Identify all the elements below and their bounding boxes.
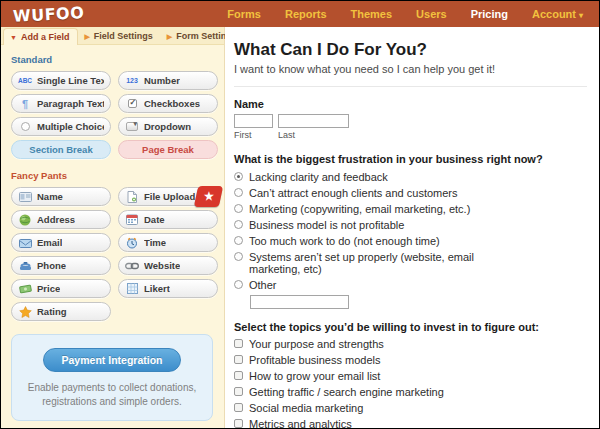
field-button-page-break[interactable]: Page Break xyxy=(118,140,218,159)
checkbox-option[interactable]: Profitable business models xyxy=(234,354,587,366)
field-button-phone[interactable]: Phone xyxy=(11,256,111,275)
nav-account[interactable]: Account▾ xyxy=(532,8,583,20)
field-button-dropdown[interactable]: Dropdown xyxy=(118,117,218,136)
nav-reports[interactable]: Reports xyxy=(285,8,327,20)
radio-option-other[interactable]: Other xyxy=(234,279,587,291)
radio-button[interactable] xyxy=(234,204,243,213)
last-name-sublabel: Last xyxy=(278,130,295,140)
numbers-icon xyxy=(125,75,139,87)
payment-integration-description: Enable payments to collect donations, re… xyxy=(22,381,202,408)
radio-button[interactable] xyxy=(234,280,243,289)
radio-question-label: What is the biggest frustration in your … xyxy=(234,153,587,165)
standard-field-grid: Single Line Text Number Paragraph Text C… xyxy=(11,71,224,159)
field-button-file-upload[interactable]: File Upload ★ xyxy=(118,187,218,206)
first-name-sublabel: First xyxy=(234,130,278,140)
form-preview: What Can I Do For You? I want to know wh… xyxy=(225,27,599,428)
form-title: What Can I Do For You? xyxy=(234,40,587,60)
checkbox[interactable] xyxy=(234,355,243,364)
radio-option[interactable]: Can’t attract enough clients and custome… xyxy=(234,187,587,199)
field-button-price[interactable]: Price xyxy=(11,279,111,298)
field-button-section-break[interactable]: Section Break xyxy=(11,140,111,159)
featured-star-badge: ★ xyxy=(194,186,223,207)
wufoo-form-builder: { "header": { "logo": "WUFOO", "nav": [ … xyxy=(0,0,600,429)
radio-button[interactable] xyxy=(234,220,243,229)
field-button-paragraph-text[interactable]: Paragraph Text xyxy=(11,94,111,113)
field-button-name[interactable]: Name xyxy=(11,187,111,206)
field-button-rating[interactable]: Rating xyxy=(11,302,111,321)
fancy-pants-section-title: Fancy Pants xyxy=(11,170,224,181)
payment-integration-button[interactable]: Payment Integration xyxy=(43,348,182,372)
field-button-time[interactable]: Time xyxy=(118,233,218,252)
form-subtitle: I want to know what you need so I can he… xyxy=(234,63,587,75)
field-button-email[interactable]: Email xyxy=(11,233,111,252)
checkbox-question-label: Select the topics you’d be willing to in… xyxy=(234,321,587,333)
star-icon: ★ xyxy=(204,191,214,202)
radio-button[interactable] xyxy=(234,252,243,261)
phone-icon xyxy=(18,260,32,272)
triangle-down-icon: ▼ xyxy=(10,34,17,41)
money-icon xyxy=(18,283,32,295)
field-button-single-line-text[interactable]: Single Line Text xyxy=(11,71,111,90)
checkbox[interactable] xyxy=(234,419,243,428)
envelope-icon xyxy=(18,237,32,249)
field-button-likert[interactable]: Likert xyxy=(118,279,218,298)
checkbox-option[interactable]: Getting traffic / search engine marketin… xyxy=(234,386,587,398)
field-button-address[interactable]: Address xyxy=(11,210,111,229)
checkbox-option[interactable]: How to grow your email list xyxy=(234,370,587,382)
payment-integration-box: Payment Integration Enable payments to c… xyxy=(11,334,213,421)
field-button-date[interactable]: Date xyxy=(118,210,218,229)
triangle-right-icon: ▶ xyxy=(84,33,89,40)
standard-section-title: Standard xyxy=(11,54,224,65)
field-button-number[interactable]: Number xyxy=(118,71,218,90)
field-button-website[interactable]: Website xyxy=(118,256,218,275)
checkbox[interactable] xyxy=(234,387,243,396)
triangle-right-icon: ▶ xyxy=(167,33,172,40)
frustration-radio-question: What is the biggest frustration in your … xyxy=(234,153,587,309)
wufoo-logo[interactable]: WUFOO xyxy=(13,3,85,26)
abc-icon xyxy=(18,75,32,87)
checkbox-icon xyxy=(125,98,139,110)
checkbox-option[interactable]: Metrics and analytics xyxy=(234,418,587,429)
radio-option[interactable]: Lacking clarity and feedback xyxy=(234,171,587,183)
radio-option[interactable]: Systems aren’t set up properly (website,… xyxy=(234,251,587,275)
radio-button[interactable] xyxy=(234,188,243,197)
nav-pricing[interactable]: Pricing xyxy=(471,8,508,20)
radio-option[interactable]: Too much work to do (not enough time) xyxy=(234,235,587,247)
field-button-multiple-choice[interactable]: Multiple Choice xyxy=(11,117,111,136)
grid-icon xyxy=(125,283,139,295)
radio-icon xyxy=(18,121,32,133)
nav-forms[interactable]: Forms xyxy=(227,8,261,20)
checkbox[interactable] xyxy=(234,371,243,380)
checkbox[interactable] xyxy=(234,403,243,412)
last-name-input[interactable] xyxy=(278,114,349,128)
nav-themes[interactable]: Themes xyxy=(351,8,393,20)
field-palette-sidebar: ▼Add a Field ▶Field Settings ▶Form Setti… xyxy=(1,27,225,428)
tab-field-settings[interactable]: ▶Field Settings xyxy=(78,28,160,44)
radio-option[interactable]: Marketing (copywriting, email marketing,… xyxy=(234,203,587,215)
file-icon xyxy=(125,191,139,203)
top-header: WUFOO Forms Reports Themes Users Pricing… xyxy=(1,1,599,27)
paragraph-icon xyxy=(18,98,32,110)
checkbox-option[interactable]: Your purpose and strengths xyxy=(234,338,587,350)
other-text-input[interactable] xyxy=(250,295,349,309)
checkbox-option[interactable]: Social media marketing xyxy=(234,402,587,414)
tab-add-a-field[interactable]: ▼Add a Field xyxy=(3,28,78,45)
checkbox[interactable] xyxy=(234,339,243,348)
field-button-checkboxes[interactable]: Checkboxes xyxy=(118,94,218,113)
radio-option[interactable]: Business model is not profitable xyxy=(234,219,587,231)
star-icon xyxy=(18,306,32,318)
divider xyxy=(234,86,587,87)
globe-icon xyxy=(18,214,32,226)
topics-checkbox-question: Select the topics you’d be willing to in… xyxy=(234,321,587,429)
first-name-input[interactable] xyxy=(234,114,273,128)
radio-button-selected[interactable] xyxy=(234,172,243,181)
sidebar-tabstrip: ▼Add a Field ▶Field Settings ▶Form Setti… xyxy=(1,27,224,45)
dropdown-icon xyxy=(125,121,139,133)
fancy-field-grid: Name File Upload ★ Address Date Email xyxy=(11,187,224,321)
radio-button[interactable] xyxy=(234,236,243,245)
clock-icon xyxy=(125,237,139,249)
calendar-icon xyxy=(125,214,139,226)
main-nav: Forms Reports Themes Users Pricing Accou… xyxy=(227,8,583,20)
idcard-icon xyxy=(18,191,32,203)
nav-users[interactable]: Users xyxy=(416,8,447,20)
